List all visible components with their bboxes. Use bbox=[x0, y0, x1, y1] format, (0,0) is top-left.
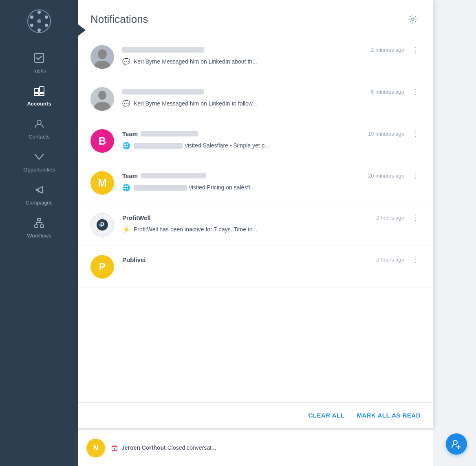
message-icon: 💬 bbox=[122, 58, 130, 66]
notification-more-button[interactable]: ⋮ bbox=[410, 171, 421, 180]
notification-sender: Team bbox=[122, 172, 138, 179]
notification-body: 💬 Keri Byrne Messaged him on LinkedIn to… bbox=[122, 99, 421, 108]
notification-item[interactable]: P ProfitWell 2 hours ago ⋮ ⚡ ProfitWell … bbox=[78, 204, 433, 246]
notification-more-button[interactable]: ⋮ bbox=[410, 129, 421, 138]
notification-top-row: Team 20 minutes ago ⋮ bbox=[122, 171, 421, 180]
notification-content: ProfitWell 2 hours ago ⋮ ⚡ ProfitWell ha… bbox=[122, 213, 421, 234]
notification-body: ⚡ ProfitWell has been inactive for 7 day… bbox=[122, 225, 421, 234]
sidebar-item-opportunities[interactable]: Opportunities bbox=[0, 145, 78, 178]
notification-text: visited Pricing on salesfl... bbox=[134, 183, 255, 192]
notification-name-bar bbox=[141, 131, 198, 136]
notification-text: ProfitWell has been inactive for 7 days.… bbox=[134, 225, 259, 234]
notification-time: 2 hours ago bbox=[376, 215, 404, 221]
notification-item[interactable]: M Team 20 minutes ago ⋮ 🌐 visited Pricin… bbox=[78, 162, 433, 204]
notification-more-button[interactable]: ⋮ bbox=[410, 213, 421, 222]
notification-time: 20 minutes ago bbox=[368, 173, 404, 179]
svg-point-6 bbox=[30, 15, 33, 19]
notification-body: 💬 Keri Byrne Messaged him on LinkedIn ab… bbox=[122, 57, 421, 66]
sidebar-item-contacts[interactable]: Contacts bbox=[0, 112, 78, 145]
settings-button[interactable] bbox=[405, 11, 421, 27]
notification-avatar: B bbox=[90, 129, 114, 153]
sidebar-item-campaigns[interactable]: Campaigns bbox=[0, 178, 78, 211]
notification-text: Keri Byrne Messaged him on LinkedIn abou… bbox=[134, 57, 257, 66]
notification-body: 🌐 visited Pricing on salesfl... bbox=[122, 183, 421, 192]
notification-name-bar bbox=[122, 89, 204, 95]
globe-icon: 🌐 bbox=[122, 184, 130, 191]
bottom-notification-strip: N 📧 Jeroen Corthout Closed conversat... bbox=[78, 429, 433, 466]
lightning-icon: ⚡ bbox=[122, 226, 130, 233]
notification-top-row: ProfitWell 2 hours ago ⋮ bbox=[122, 213, 421, 222]
mark-all-read-button[interactable]: MARK ALL AS READ bbox=[357, 412, 421, 419]
app-logo[interactable] bbox=[26, 8, 52, 34]
svg-rect-12 bbox=[40, 93, 44, 96]
opportunities-icon bbox=[33, 151, 45, 165]
notification-item[interactable]: 5 minutes ago ⋮ 💬 Keri Byrne Messaged hi… bbox=[78, 78, 433, 120]
svg-point-27 bbox=[453, 440, 457, 444]
notification-more-button[interactable]: ⋮ bbox=[410, 255, 421, 264]
sidebar-item-tasks[interactable]: Tasks bbox=[0, 46, 78, 79]
notification-title: Notifications bbox=[90, 13, 148, 26]
notification-name-bar bbox=[141, 173, 206, 178]
notification-more-button[interactable]: ⋮ bbox=[410, 45, 421, 54]
svg-point-7 bbox=[37, 19, 41, 23]
clear-all-button[interactable]: CLEAR ALL bbox=[308, 412, 344, 419]
notification-time: 19 minutes ago bbox=[368, 131, 404, 137]
notification-sender: ProfitWell bbox=[122, 214, 151, 221]
svg-point-3 bbox=[45, 24, 48, 27]
bottom-notification-text: 📧 Jeroen Corthout Closed conversat... bbox=[112, 444, 216, 451]
notification-body: 🌐 visited Salesflare - Simple yet p... bbox=[122, 141, 421, 150]
notification-content: 2 minutes ago ⋮ 💬 Keri Byrne Messaged hi… bbox=[122, 45, 421, 66]
notification-top-row: 5 minutes ago ⋮ bbox=[122, 87, 421, 96]
accounts-icon bbox=[33, 85, 45, 99]
notification-content: Publivei 2 hours ago ⋮ bbox=[122, 255, 421, 267]
notification-content: Team 20 minutes ago ⋮ 🌐 visited Pricing … bbox=[122, 171, 421, 192]
globe-icon: 🌐 bbox=[122, 142, 130, 149]
sidebar-item-workflows[interactable]: Workflows bbox=[0, 211, 78, 244]
campaigns-icon bbox=[33, 184, 45, 198]
notification-time: 2 minutes ago bbox=[371, 47, 404, 53]
accounts-label: Accounts bbox=[27, 101, 51, 107]
notification-top-row: Publivei 2 hours ago ⋮ bbox=[122, 255, 421, 264]
notification-more-button[interactable]: ⋮ bbox=[410, 87, 421, 96]
notification-avatar: P bbox=[90, 213, 114, 237]
notification-item[interactable]: 2 minutes ago ⋮ 💬 Keri Byrne Messaged hi… bbox=[78, 36, 433, 78]
workflows-icon bbox=[33, 217, 45, 231]
notification-avatar: P bbox=[90, 255, 114, 279]
bottom-avatar: N bbox=[86, 439, 105, 457]
sidebar: Tasks Accounts Contacts Opportun bbox=[0, 0, 78, 466]
svg-point-17 bbox=[412, 18, 414, 20]
notification-text: visited Salesflare - Simple yet p... bbox=[134, 141, 269, 150]
campaigns-label: Campaigns bbox=[26, 200, 53, 206]
contacts-label: Contacts bbox=[29, 134, 49, 140]
sidebar-arrow bbox=[78, 24, 86, 36]
notification-sender: Team bbox=[122, 130, 138, 137]
notification-name-bar bbox=[122, 47, 204, 53]
svg-rect-11 bbox=[34, 93, 39, 96]
svg-point-13 bbox=[37, 120, 41, 124]
notification-header: Notifications bbox=[78, 0, 433, 36]
notification-avatar bbox=[90, 45, 114, 69]
svg-point-2 bbox=[45, 15, 48, 19]
svg-point-5 bbox=[30, 24, 33, 27]
inline-bar bbox=[134, 185, 187, 191]
notification-item[interactable]: P Publivei 2 hours ago ⋮ bbox=[78, 246, 433, 288]
svg-point-26 bbox=[99, 224, 101, 226]
notification-avatar bbox=[90, 87, 114, 111]
tasks-label: Tasks bbox=[32, 68, 46, 74]
notification-item[interactable]: B Team 19 minutes ago ⋮ 🌐 visited Salesf… bbox=[78, 120, 433, 162]
sidebar-item-accounts[interactable]: Accounts bbox=[0, 79, 78, 112]
svg-rect-8 bbox=[35, 53, 44, 62]
notification-list[interactable]: 2 minutes ago ⋮ 💬 Keri Byrne Messaged hi… bbox=[78, 36, 433, 402]
notification-footer: CLEAR ALL MARK ALL AS READ bbox=[78, 402, 433, 428]
main-content: Notifications bbox=[78, 0, 476, 466]
notification-avatar: M bbox=[90, 171, 114, 195]
workflows-label: Workflows bbox=[27, 233, 51, 239]
tasks-icon bbox=[33, 52, 45, 66]
add-contact-button[interactable] bbox=[446, 433, 467, 455]
notification-content: 5 minutes ago ⋮ 💬 Keri Byrne Messaged hi… bbox=[122, 87, 421, 108]
notification-top-row: Team 19 minutes ago ⋮ bbox=[122, 129, 421, 138]
svg-rect-9 bbox=[34, 88, 39, 92]
svg-rect-10 bbox=[40, 87, 44, 92]
contacts-icon bbox=[33, 118, 45, 132]
notification-sender: Publivei bbox=[122, 256, 146, 263]
